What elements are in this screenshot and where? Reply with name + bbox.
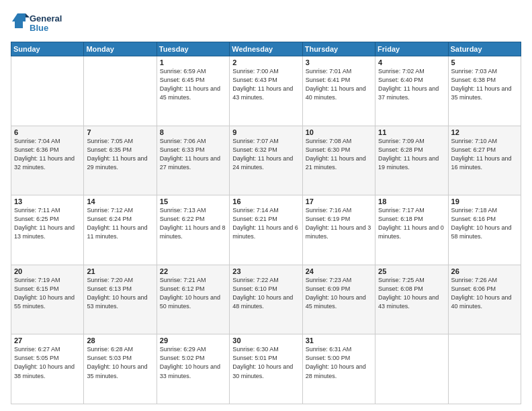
day-info: Sunrise: 7:09 AM Sunset: 6:28 PM Dayligh… [378,137,445,172]
day-info: Sunrise: 7:23 AM Sunset: 6:09 PM Dayligh… [306,276,372,311]
day-cell: 20Sunrise: 7:19 AM Sunset: 6:15 PM Dayli… [11,265,84,334]
week-row-4: 20Sunrise: 7:19 AM Sunset: 6:15 PM Dayli… [11,265,521,334]
day-info: Sunrise: 7:00 AM Sunset: 6:43 PM Dayligh… [232,67,299,102]
day-info: Sunrise: 6:28 AM Sunset: 5:03 PM Dayligh… [87,345,153,380]
day-cell [84,56,157,126]
header: General Blue [11,11,521,36]
day-info: Sunrise: 7:10 AM Sunset: 6:27 PM Dayligh… [451,137,518,172]
svg-text:Blue: Blue [30,23,48,33]
day-number: 18 [378,197,445,205]
day-info: Sunrise: 7:11 AM Sunset: 6:25 PM Dayligh… [14,206,81,241]
day-number: 31 [306,336,372,345]
day-info: Sunrise: 7:26 AM Sunset: 6:06 PM Dayligh… [451,276,518,311]
day-info: Sunrise: 7:19 AM Sunset: 6:15 PM Dayligh… [14,276,81,311]
day-cell [11,56,84,126]
day-number: 2 [232,58,299,66]
day-cell: 16Sunrise: 7:14 AM Sunset: 6:21 PM Dayli… [230,195,302,265]
day-number: 20 [14,267,81,275]
day-cell: 13Sunrise: 7:11 AM Sunset: 6:25 PM Dayli… [11,195,84,265]
day-info: Sunrise: 7:01 AM Sunset: 6:41 PM Dayligh… [306,67,372,102]
day-cell: 14Sunrise: 7:12 AM Sunset: 6:24 PM Dayli… [84,195,157,265]
day-cell: 29Sunrise: 6:29 AM Sunset: 5:02 PM Dayli… [157,334,229,404]
week-row-1: 1Sunrise: 6:59 AM Sunset: 6:45 PM Daylig… [11,56,521,126]
day-info: Sunrise: 7:06 AM Sunset: 6:33 PM Dayligh… [160,137,226,172]
day-info: Sunrise: 7:05 AM Sunset: 6:35 PM Dayligh… [87,137,153,172]
weekday-header-row: SundayMondayTuesdayWednesdayThursdayFrid… [11,42,521,56]
day-cell: 28Sunrise: 6:28 AM Sunset: 5:03 PM Dayli… [84,334,157,404]
day-info: Sunrise: 7:03 AM Sunset: 6:38 PM Dayligh… [451,67,518,102]
weekday-thursday: Thursday [302,42,375,56]
day-cell: 5Sunrise: 7:03 AM Sunset: 6:38 PM Daylig… [448,56,521,126]
day-number: 5 [451,58,518,66]
weekday-tuesday: Tuesday [157,42,229,56]
day-cell: 23Sunrise: 7:22 AM Sunset: 6:10 PM Dayli… [230,265,302,334]
day-cell: 12Sunrise: 7:10 AM Sunset: 6:27 PM Dayli… [448,126,521,195]
week-row-3: 13Sunrise: 7:11 AM Sunset: 6:25 PM Dayli… [11,195,521,265]
day-cell [375,334,448,404]
weekday-monday: Monday [84,42,157,56]
day-info: Sunrise: 7:14 AM Sunset: 6:21 PM Dayligh… [232,206,299,241]
day-number: 30 [232,336,299,345]
day-cell: 25Sunrise: 7:25 AM Sunset: 6:08 PM Dayli… [375,265,448,334]
day-number: 23 [232,267,299,275]
calendar-body: 1Sunrise: 6:59 AM Sunset: 6:45 PM Daylig… [11,56,521,404]
day-number: 28 [87,336,153,345]
day-info: Sunrise: 7:07 AM Sunset: 6:32 PM Dayligh… [232,137,299,172]
day-number: 29 [160,336,226,345]
day-info: Sunrise: 6:30 AM Sunset: 5:01 PM Dayligh… [232,345,299,380]
day-info: Sunrise: 7:25 AM Sunset: 6:08 PM Dayligh… [378,276,445,311]
day-info: Sunrise: 7:13 AM Sunset: 6:22 PM Dayligh… [160,206,226,241]
logo: General Blue [11,11,71,36]
day-cell: 27Sunrise: 6:27 AM Sunset: 5:05 PM Dayli… [11,334,84,404]
day-cell: 30Sunrise: 6:30 AM Sunset: 5:01 PM Dayli… [230,334,302,404]
day-info: Sunrise: 7:22 AM Sunset: 6:10 PM Dayligh… [232,276,299,311]
day-info: Sunrise: 7:16 AM Sunset: 6:19 PM Dayligh… [306,206,372,241]
day-info: Sunrise: 7:12 AM Sunset: 6:24 PM Dayligh… [87,206,153,241]
day-cell: 8Sunrise: 7:06 AM Sunset: 6:33 PM Daylig… [157,126,229,195]
day-number: 7 [87,128,153,136]
day-number: 10 [306,128,372,136]
day-cell [448,334,521,404]
day-number: 11 [378,128,445,136]
day-cell: 24Sunrise: 7:23 AM Sunset: 6:09 PM Dayli… [302,265,375,334]
weekday-friday: Friday [375,42,448,56]
logo-svg: General Blue [11,11,71,36]
day-number: 1 [160,58,226,66]
day-cell: 31Sunrise: 6:31 AM Sunset: 5:00 PM Dayli… [302,334,375,404]
day-number: 12 [451,128,518,136]
day-cell: 6Sunrise: 7:04 AM Sunset: 6:36 PM Daylig… [11,126,84,195]
day-number: 15 [160,197,226,205]
day-number: 9 [232,128,299,136]
week-row-2: 6Sunrise: 7:04 AM Sunset: 6:36 PM Daylig… [11,126,521,195]
day-number: 13 [14,197,81,205]
day-info: Sunrise: 7:02 AM Sunset: 6:40 PM Dayligh… [378,67,445,102]
day-cell: 2Sunrise: 7:00 AM Sunset: 6:43 PM Daylig… [230,56,302,126]
day-number: 19 [451,197,518,205]
day-number: 25 [378,267,445,275]
calendar-page: General Blue SundayMondayTuesdayWednesda… [0,0,532,411]
day-cell: 10Sunrise: 7:08 AM Sunset: 6:30 PM Dayli… [302,126,375,195]
day-number: 21 [87,267,153,275]
day-cell: 26Sunrise: 7:26 AM Sunset: 6:06 PM Dayli… [448,265,521,334]
day-info: Sunrise: 7:17 AM Sunset: 6:18 PM Dayligh… [378,206,445,241]
day-info: Sunrise: 7:20 AM Sunset: 6:13 PM Dayligh… [87,276,153,311]
day-info: Sunrise: 6:27 AM Sunset: 5:05 PM Dayligh… [14,345,81,380]
day-cell: 22Sunrise: 7:21 AM Sunset: 6:12 PM Dayli… [157,265,229,334]
svg-text:General: General [30,13,62,24]
day-info: Sunrise: 6:31 AM Sunset: 5:00 PM Dayligh… [306,345,372,380]
day-cell: 9Sunrise: 7:07 AM Sunset: 6:32 PM Daylig… [230,126,302,195]
day-number: 14 [87,197,153,205]
day-number: 3 [306,58,372,66]
calendar-table: SundayMondayTuesdayWednesdayThursdayFrid… [11,42,521,404]
day-cell: 17Sunrise: 7:16 AM Sunset: 6:19 PM Dayli… [302,195,375,265]
day-cell: 4Sunrise: 7:02 AM Sunset: 6:40 PM Daylig… [375,56,448,126]
day-cell: 11Sunrise: 7:09 AM Sunset: 6:28 PM Dayli… [375,126,448,195]
day-info: Sunrise: 6:29 AM Sunset: 5:02 PM Dayligh… [160,345,226,380]
day-cell: 1Sunrise: 6:59 AM Sunset: 6:45 PM Daylig… [157,56,229,126]
day-info: Sunrise: 6:59 AM Sunset: 6:45 PM Dayligh… [160,67,226,102]
day-number: 27 [14,336,81,345]
svg-marker-2 [12,13,26,28]
day-number: 8 [160,128,226,136]
day-number: 22 [160,267,226,275]
week-row-5: 27Sunrise: 6:27 AM Sunset: 5:05 PM Dayli… [11,334,521,404]
